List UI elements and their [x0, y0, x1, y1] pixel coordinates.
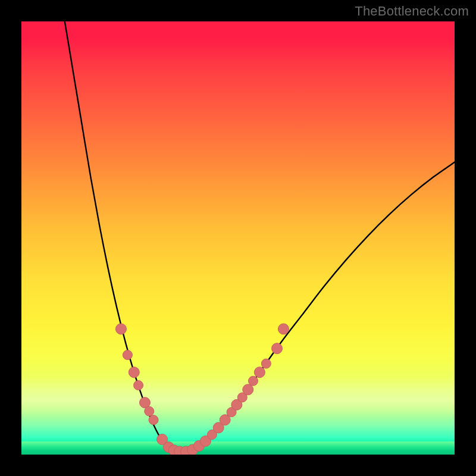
- plot-area: [21, 21, 455, 455]
- data-dot: [149, 415, 158, 425]
- watermark-text: TheBottleneck.com: [355, 4, 469, 19]
- data-dot: [145, 406, 154, 416]
- data-dot: [134, 381, 143, 390]
- curve-layer: [21, 21, 455, 455]
- data-dot: [254, 367, 265, 378]
- data-dot: [272, 343, 283, 354]
- data-dot: [261, 359, 271, 368]
- chart-frame: TheBottleneck.com: [0, 0, 476, 476]
- data-dots: [115, 324, 289, 455]
- data-dot: [248, 376, 258, 386]
- data-dot: [123, 350, 132, 360]
- data-dot: [115, 324, 126, 334]
- data-dot: [243, 384, 253, 395]
- data-dot: [278, 324, 289, 334]
- bottleneck-curve: [65, 21, 455, 452]
- data-dot: [129, 367, 139, 378]
